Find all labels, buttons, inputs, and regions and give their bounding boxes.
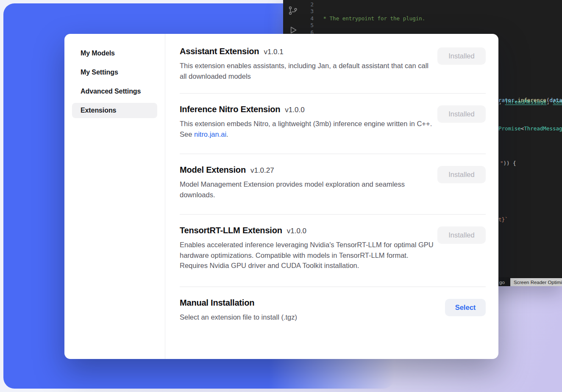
extension-info: Manual Installation Select an extension … bbox=[180, 298, 297, 323]
extension-description: This extension enables assistants, inclu… bbox=[180, 61, 434, 81]
extension-name: Model Extension bbox=[180, 165, 246, 175]
extension-row-model: Model Extension v1.0.27 Model Management… bbox=[180, 154, 486, 215]
extension-name: Assistant Extension bbox=[180, 47, 259, 56]
editor-line-numbers: 2 3 4 5 6 bbox=[304, 1, 314, 36]
code-fragment: Promise<ThreadMessage> bbox=[498, 125, 562, 132]
extension-description: Enables accelerated inference leveraging… bbox=[180, 240, 434, 271]
sidebar-item-extensions[interactable]: Extensions bbox=[72, 103, 157, 118]
sidebar-item-my-settings[interactable]: My Settings bbox=[72, 65, 157, 80]
code-fragment: rator.inference(data)); bbox=[498, 97, 562, 104]
settings-sidebar: My Models My Settings Advanced Settings … bbox=[64, 34, 165, 359]
installed-button[interactable]: Installed bbox=[437, 105, 486, 123]
extension-name: TensortRT-LLM Extension bbox=[180, 226, 282, 235]
extension-row-tensorrt: TensortRT-LLM Extension v1.0.0 Enables a… bbox=[180, 215, 486, 287]
extension-info: Assistant Extension v1.0.1 This extensio… bbox=[180, 47, 434, 81]
sidebar-item-advanced-settings[interactable]: Advanced Settings bbox=[72, 84, 157, 99]
screen-reader-status-badge[interactable]: Screen Reader Optimized bbox=[510, 278, 562, 286]
installed-button[interactable]: Installed bbox=[437, 47, 486, 65]
source-control-icon[interactable] bbox=[287, 5, 298, 16]
code-fragment: t}` bbox=[498, 216, 508, 223]
extension-info: Model Extension v1.0.27 Model Management… bbox=[180, 165, 411, 200]
extension-version: v1.0.1 bbox=[264, 48, 283, 56]
extension-row-nitro: Inference Nitro Extension v1.0.0 This ex… bbox=[180, 94, 486, 154]
extension-info: TensortRT-LLM Extension v1.0.0 Enables a… bbox=[180, 226, 434, 271]
extension-description: Model Management Extension provides mode… bbox=[180, 179, 411, 200]
extensions-panel: Assistant Extension v1.0.1 This extensio… bbox=[165, 34, 498, 359]
manual-installation-description: Select an extension file to install (.tg… bbox=[180, 312, 297, 323]
extension-version: v1.0.27 bbox=[250, 166, 274, 175]
extension-row-assistant: Assistant Extension v1.0.1 This extensio… bbox=[180, 34, 486, 94]
extension-version: v1.0.0 bbox=[287, 227, 306, 235]
extension-info: Inference Nitro Extension v1.0.0 This ex… bbox=[180, 105, 434, 139]
description-text: . bbox=[226, 130, 228, 138]
installed-button[interactable]: Installed bbox=[437, 166, 486, 183]
manual-installation-row: Manual Installation Select an extension … bbox=[180, 287, 486, 323]
nitro-jan-ai-link[interactable]: nitro.jan.ai bbox=[194, 130, 226, 138]
status-text: go bbox=[499, 279, 505, 286]
extension-version: v1.0.0 bbox=[285, 106, 304, 114]
sidebar-item-my-models[interactable]: My Models bbox=[72, 46, 157, 61]
extension-name: Inference Nitro Extension bbox=[180, 105, 280, 114]
code-fragment: ")) { bbox=[500, 160, 516, 167]
extension-description: This extension embeds Nitro, a lightweig… bbox=[180, 119, 434, 139]
manual-installation-title: Manual Installation bbox=[180, 298, 254, 308]
select-file-button[interactable]: Select bbox=[445, 299, 486, 316]
settings-modal: My Models My Settings Advanced Settings … bbox=[64, 34, 498, 359]
code-line: * The entrypoint for the plugin. bbox=[320, 15, 562, 22]
installed-button[interactable]: Installed bbox=[437, 226, 486, 244]
